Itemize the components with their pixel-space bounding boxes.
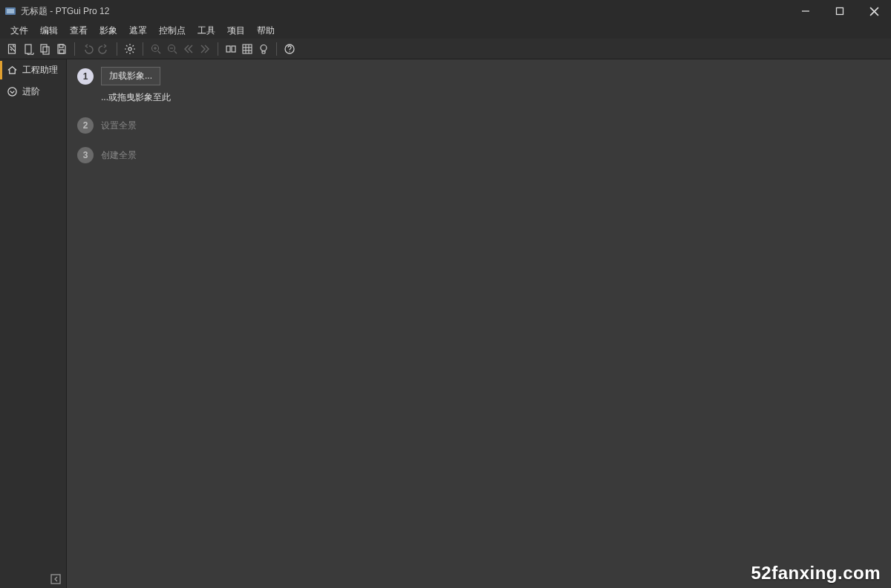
toolbar-separator — [117, 42, 117, 56]
svg-line-18 — [174, 51, 177, 53]
menu-view[interactable]: 查看 — [65, 23, 92, 39]
menu-project[interactable]: 项目 — [223, 23, 249, 39]
svg-rect-8 — [41, 45, 47, 52]
minimize-button[interactable] — [789, 0, 823, 22]
svg-rect-31 — [51, 575, 60, 584]
content-area: 1 加载影象... ...或拖曳影象至此 2 设置全景 3 创建全景 52fan… — [67, 59, 891, 588]
menu-ctrlpts[interactable]: 控制点 — [154, 23, 190, 39]
load-images-button[interactable]: 加载影象... — [101, 67, 160, 85]
svg-rect-20 — [226, 46, 230, 52]
sidebar-item-assistant[interactable]: 工程助理 — [0, 59, 66, 81]
menubar: 文件 编辑 查看 影象 遮罩 控制点 工具 项目 帮助 — [0, 22, 891, 39]
svg-rect-1 — [7, 9, 14, 13]
svg-rect-3 — [837, 8, 843, 15]
open-project-icon[interactable] — [21, 41, 37, 57]
watermark: 52fanxing.com — [751, 563, 881, 584]
menu-image[interactable]: 影象 — [95, 23, 122, 39]
sidebar-item-label: 进阶 — [22, 85, 40, 98]
step-badge-1: 1 — [77, 68, 94, 85]
titlebar: 无标题 - PTGui Pro 12 — [0, 0, 891, 22]
svg-rect-10 — [59, 45, 63, 48]
home-icon — [6, 65, 18, 76]
new-project-icon[interactable] — [4, 41, 21, 57]
menu-edit[interactable]: 编辑 — [36, 23, 62, 39]
last-icon[interactable] — [197, 41, 213, 57]
menu-help[interactable]: 帮助 — [252, 23, 279, 39]
svg-point-12 — [128, 47, 131, 50]
bulb-icon[interactable] — [255, 41, 272, 57]
menu-tools[interactable]: 工具 — [193, 23, 220, 39]
redo-icon[interactable] — [96, 41, 112, 57]
toolbar-separator — [218, 42, 218, 56]
svg-rect-9 — [43, 47, 49, 54]
zoom-out-icon[interactable] — [164, 41, 180, 57]
toolbar-separator — [74, 42, 75, 56]
chevron-down-circle-icon — [6, 86, 18, 98]
svg-rect-11 — [59, 50, 64, 53]
step-badge-3: 3 — [77, 147, 94, 163]
step-3-label: 创建全景 — [101, 149, 137, 162]
sidebar: 工程助理 进阶 — [0, 59, 67, 588]
maximize-button[interactable] — [823, 0, 857, 22]
svg-rect-22 — [243, 45, 252, 53]
svg-point-27 — [261, 45, 267, 50]
settings-icon[interactable] — [122, 41, 138, 57]
first-icon[interactable] — [180, 41, 197, 57]
save-icon[interactable] — [53, 41, 70, 57]
step-1: 1 加载影象... — [77, 67, 881, 85]
grid-icon[interactable] — [239, 41, 255, 57]
svg-point-30 — [7, 88, 16, 96]
toolbar-separator — [143, 42, 143, 56]
main-area: 工程助理 进阶 1 加载影象... ...或拖曳影象至此 2 设置全景 3 创建… — [0, 59, 891, 588]
copy-icon[interactable] — [37, 41, 53, 57]
svg-line-14 — [158, 51, 160, 53]
window-title: 无标题 - PTGui Pro 12 — [21, 5, 109, 18]
svg-point-29 — [289, 51, 290, 52]
step-2: 2 设置全景 — [77, 117, 881, 134]
step-badge-2: 2 — [77, 117, 94, 134]
step-2-label: 设置全景 — [101, 120, 137, 132]
toolbar-separator — [276, 42, 277, 56]
svg-rect-21 — [232, 46, 235, 52]
app-icon — [4, 5, 16, 17]
zoom-in-icon[interactable] — [148, 41, 164, 57]
collapse-sidebar-button[interactable] — [0, 570, 66, 588]
panorama-editor-icon[interactable] — [223, 41, 239, 57]
menu-mask[interactable]: 遮罩 — [125, 23, 151, 39]
sidebar-item-advanced[interactable]: 进阶 — [0, 81, 66, 102]
window-controls — [789, 0, 891, 22]
svg-rect-7 — [25, 45, 31, 53]
close-button[interactable] — [857, 0, 891, 22]
menu-file[interactable]: 文件 — [6, 23, 33, 39]
help-icon[interactable] — [281, 41, 298, 57]
drag-hint: ...或拖曳影象至此 — [77, 91, 881, 104]
undo-icon[interactable] — [79, 41, 96, 57]
toolbar — [0, 39, 891, 59]
sidebar-item-label: 工程助理 — [22, 64, 58, 76]
svg-rect-6 — [9, 45, 16, 53]
step-3: 3 创建全景 — [77, 147, 881, 163]
